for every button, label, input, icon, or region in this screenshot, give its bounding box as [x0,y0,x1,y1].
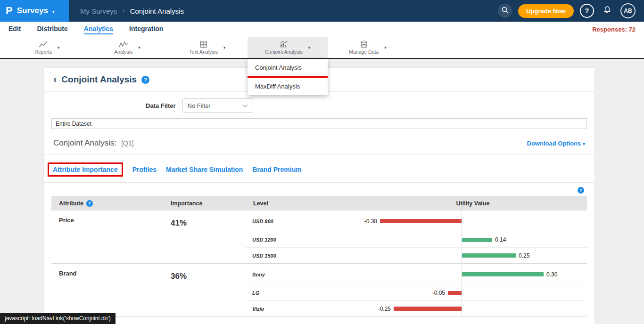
browser-status-tooltip: javascript: loadNavLink('showConjoint.do… [0,313,116,324]
chevron-down-icon[interactable]: ▾ [384,45,387,50]
avatar[interactable]: AB [620,3,636,18]
utility-cell: -0.05 [359,285,587,300]
zero-axis-line [462,301,462,316]
breadcrumb-current: Conjoint Analysis [130,7,184,15]
download-options-link[interactable]: Download Options ▾ [527,140,585,147]
header-actions: Upgrade Now ? AB [498,3,644,18]
level-row: Sony0.30 [246,264,587,285]
tabs-row: Attribute Importance Profiles Market Sha… [44,155,594,183]
menu-item-conjoint-analysis[interactable]: Conjoint Analysis [248,59,328,76]
level-row: USD 12000.14 [246,232,587,248]
utility-cell: 0.25 [359,248,587,263]
utility-bar [448,291,462,295]
table-help-icon[interactable]: ? [578,187,584,194]
data-filter-row: Data Filter No Filter [44,92,594,116]
bell-icon [603,6,611,16]
menu-item-maxdiff-analysis[interactable]: MaxDiff Analysis [248,78,328,95]
database-icon [359,40,369,48]
conjoint-analysis-card: ‹ Conjoint Analysis ? Data Filter No Fil… [43,67,595,324]
utility-zone: 0.30 [462,271,557,278]
top-bar: P Surveys ▾ My Surveys › Conjoint Analys… [0,0,644,22]
level-row: USD 800-0.38 [246,211,587,232]
toolbar-item-label: Text Analysis [189,49,218,55]
toolbar-item-label: Conjoint Analysis [265,49,303,55]
attribute-name: Price [51,211,163,263]
utility-value: 0.14 [495,236,506,243]
tab-attribute-importance[interactable]: Attribute Importance [53,166,118,173]
nav-item-edit[interactable]: Edit [8,25,21,34]
level-row: Vizio-0.25 [246,301,587,316]
utility-value: -0.05 [432,290,445,296]
toolbar-item-reports[interactable]: Reports ▾ [7,37,87,58]
level-label: Vizio [246,306,359,312]
chevron-down-icon: ▾ [583,141,585,146]
utility-zone: -0.25 [359,306,462,312]
attribute-importance-table: Attribute ? Importance Level Utility Val… [51,196,587,317]
title-help-icon[interactable]: ? [141,76,149,84]
toolbar-item-manage-data[interactable]: Manage Data ▾ [328,37,408,58]
zero-axis-line [462,211,462,232]
dataset-row [44,116,594,130]
nav-item-integration[interactable]: Integration [129,25,163,34]
analytics-toolbar: Reports ▾ Analysis ▾ Text Analysis ▾ Con… [0,37,644,59]
conjoint-dropdown-menu: Conjoint Analysis MaxDiff Analysis [248,59,328,95]
header-utility-value: Utility Value [359,200,587,207]
utility-bar [380,219,462,223]
data-filter-select[interactable]: No Filter [182,98,253,113]
chevron-down-icon: ▾ [52,9,55,14]
utility-zone: 0.25 [462,252,529,259]
header-attribute: Attribute ? [51,200,163,207]
attribute-group: Price41%USD 800-0.38USD 12000.14USD 1500… [51,211,587,264]
breadcrumb: My Surveys › Conjoint Analysis [80,7,184,15]
utility-zone: -0.38 [359,218,462,225]
zero-axis-line [462,232,462,247]
chevron-down-icon[interactable]: ▾ [138,45,140,50]
breadcrumb-my-surveys[interactable]: My Surveys [80,7,117,15]
search-icon [501,6,509,16]
responses-count[interactable]: Responses: 72 [592,26,636,33]
level-row: USD 15000.25 [246,248,587,263]
page-title: Conjoint Analysis [61,74,137,85]
table-help-row: ? [44,183,594,196]
utility-bar [462,238,492,242]
attribute-help-icon[interactable]: ? [86,200,93,207]
importance-value: 36% [163,264,246,316]
utility-cell: 0.30 [359,264,587,285]
attribute-group: Brand36%Sony0.30LG-0.05Vizio-0.25 [51,264,587,317]
utility-cell: -0.25 [359,301,587,316]
nav-item-distribute[interactable]: Distribute [37,25,67,34]
breadcrumb-separator-icon: › [122,7,124,15]
questionpro-logo-icon: P [6,6,13,16]
level-label: USD 800 [246,219,359,224]
nav-item-analytics[interactable]: Analytics [84,25,113,34]
help-button[interactable]: ? [580,4,594,18]
toolbar-item-text-analysis[interactable]: Text Analysis ▾ [167,37,248,58]
annotation-red-box: Attribute Importance [48,162,123,177]
tab-profiles[interactable]: Profiles [132,166,157,173]
upgrade-now-button[interactable]: Upgrade Now [518,4,574,18]
dataset-input[interactable] [51,118,587,129]
tab-brand-premium[interactable]: Brand Premium [252,166,301,173]
chevron-down-icon[interactable]: ▾ [58,45,60,50]
search-button[interactable] [498,4,512,18]
toolbar-item-label: Reports [34,49,52,55]
toolbar-item-conjoint-analysis[interactable]: Conjoint Analysis ▾ Conjoint Analysis Ma… [248,37,328,58]
notifications-button[interactable] [600,4,614,18]
utility-cell: -0.38 [359,211,587,232]
zero-axis-line [462,264,462,285]
chevron-down-icon[interactable]: ▾ [223,45,226,50]
chevron-down-icon[interactable]: ▾ [308,45,311,50]
utility-value: 0.30 [546,271,557,278]
toolbar-item-analysis[interactable]: Analysis ▾ [87,37,167,58]
utility-zone: -0.05 [359,290,462,296]
importance-value: 41% [163,211,246,263]
utility-value: -0.25 [378,306,391,312]
product-switcher[interactable]: P Surveys ▾ [0,0,69,22]
level-label: LG [246,290,359,296]
level-label: USD 1200 [246,237,359,243]
zero-axis-line [462,248,462,263]
utility-bar [462,272,544,276]
back-button[interactable]: ‹ [53,74,57,85]
table-body: Price41%USD 800-0.38USD 12000.14USD 1500… [51,211,587,317]
tab-market-share-simulation[interactable]: Market Share Simulation [166,166,243,173]
